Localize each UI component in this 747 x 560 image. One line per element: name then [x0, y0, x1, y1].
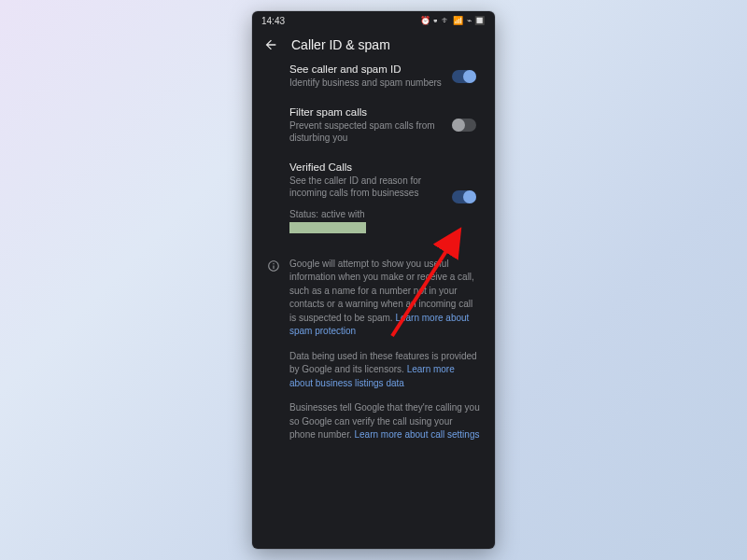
- info-icon: [267, 259, 280, 273]
- status-bar: 14:43 ⏰ ⌨ ᯤ 📶 ⌁ 🔲: [252, 11, 495, 28]
- status-time: 14:43: [261, 16, 285, 26]
- back-icon[interactable]: [263, 37, 278, 52]
- toggle-verified-calls[interactable]: [452, 190, 476, 203]
- redacted-account: [289, 222, 366, 233]
- setting-see-caller-spam-id[interactable]: See caller and spam ID Identify business…: [289, 63, 480, 90]
- status-icons: ⏰ ⌨ ᯤ 📶 ⌁ 🔲: [420, 16, 486, 25]
- page-title: Caller ID & spam: [291, 37, 390, 52]
- info-paragraph-2: Data being used in these features is pro…: [289, 350, 480, 391]
- setting-title: See caller and spam ID: [289, 63, 446, 75]
- phone-frame: 14:43 ⏰ ⌨ ᯤ 📶 ⌁ 🔲 Caller ID & spam See c…: [252, 11, 495, 549]
- toggle-filter-spam[interactable]: [452, 119, 476, 132]
- setting-subtitle: Prevent suspected spam calls from distur…: [289, 119, 446, 145]
- setting-title: Verified Calls: [289, 161, 446, 173]
- setting-subtitle: See the caller ID and reason for incomin…: [289, 175, 446, 200]
- settings-list: See caller and spam ID Identify business…: [252, 63, 495, 549]
- setting-subtitle: Identify business and spam numbers: [289, 77, 446, 90]
- toggle-see-caller[interactable]: [452, 70, 476, 83]
- link-call-settings[interactable]: Learn more about call settings: [355, 429, 480, 440]
- setting-verified-calls[interactable]: Verified Calls See the caller ID and rea…: [289, 161, 480, 233]
- app-bar: Caller ID & spam: [252, 28, 495, 63]
- info-paragraph-1: Google will attempt to show you useful i…: [289, 258, 480, 339]
- info-paragraph-3: Businesses tell Google that they're call…: [289, 401, 480, 442]
- setting-filter-spam[interactable]: Filter spam calls Prevent suspected spam…: [289, 106, 480, 145]
- verified-status-label: Status: active with: [289, 209, 446, 219]
- setting-title: Filter spam calls: [289, 106, 446, 118]
- info-section: Google will attempt to show you useful i…: [269, 258, 480, 442]
